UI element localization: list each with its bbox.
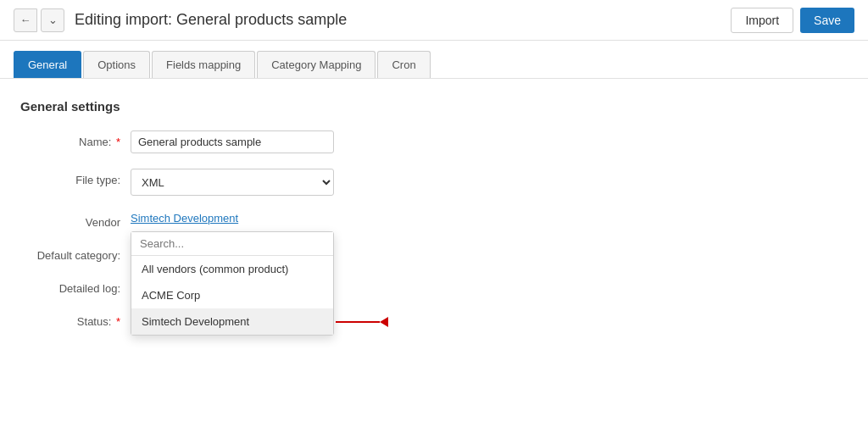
vendor-search-input[interactable] (131, 232, 333, 256)
arrow-head (380, 317, 388, 327)
vendor-label: Vendor (20, 211, 131, 229)
status-label: Status: * (20, 310, 131, 328)
vendor-dropdown: All vendors (common product) ACME Corp S… (131, 231, 334, 336)
vendor-link[interactable]: Simtech Development (131, 207, 238, 225)
section-title: General settings (20, 99, 848, 114)
tab-cron[interactable]: Cron (377, 51, 430, 78)
dropdown-item-acme[interactable]: ACME Corp (131, 282, 333, 308)
header-left: ← ⌄ Editing import: General products sam… (14, 8, 347, 32)
back-button[interactable]: ← (14, 8, 37, 32)
content: General settings Name: * File type: XML … (0, 79, 868, 364)
file-type-row: File type: XML CSV JSON (20, 169, 848, 196)
save-button[interactable]: Save (800, 8, 854, 33)
tab-options[interactable]: Options (83, 51, 150, 78)
status-required-indicator: * (116, 315, 120, 328)
import-button[interactable]: Import (731, 8, 793, 33)
tabs-bar: General Options Fields mapping Category … (0, 41, 868, 79)
dropdown-item-all[interactable]: All vendors (common product) (131, 256, 333, 282)
file-type-select[interactable]: XML CSV JSON (131, 169, 334, 196)
page-title: Editing import: General products sample (75, 11, 347, 29)
detailed-log-label: Detailed log: (20, 277, 131, 295)
vendor-row: Vendor Simtech Development All vendors (… (20, 211, 848, 229)
name-row: Name: * (20, 130, 848, 153)
tab-general[interactable]: General (14, 51, 81, 78)
name-input[interactable] (131, 130, 334, 153)
name-required-indicator: * (116, 136, 120, 148)
file-type-label: File type: (20, 169, 131, 186)
header: ← ⌄ Editing import: General products sam… (0, 0, 868, 41)
arrow-indicator (336, 317, 388, 327)
arrow-line (336, 321, 380, 323)
dropdown-item-simtech[interactable]: Simtech Development (131, 308, 333, 335)
name-label: Name: * (20, 130, 131, 148)
default-category-label: Default category: (20, 244, 131, 262)
vendor-dropdown-container: Simtech Development All vendors (common … (131, 211, 238, 225)
tab-category-mapping[interactable]: Category Mapping (257, 51, 376, 78)
header-actions: Import Save (731, 8, 854, 33)
tab-fields-mapping[interactable]: Fields mapping (152, 51, 255, 78)
down-button[interactable]: ⌄ (41, 8, 64, 32)
